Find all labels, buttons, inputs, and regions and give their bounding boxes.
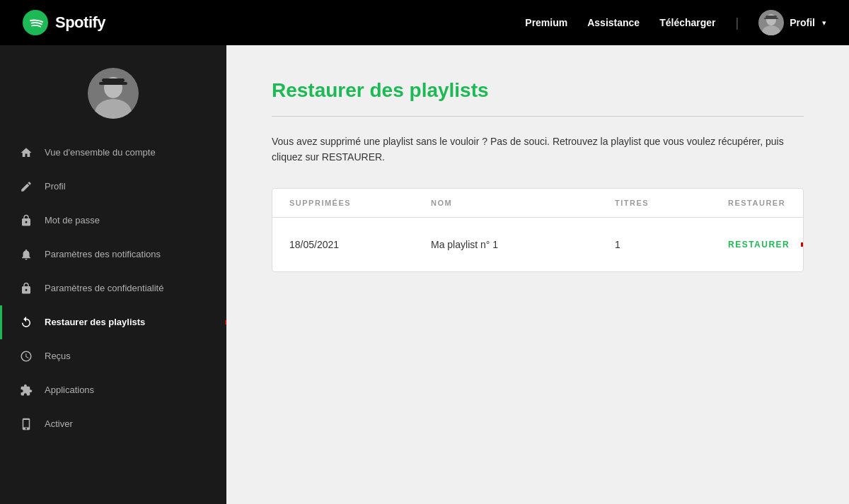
sidebar-item-apps[interactable]: Applications bbox=[0, 373, 226, 407]
premium-link[interactable]: Premium bbox=[525, 17, 567, 28]
row-name: Ma playlist n° 1 bbox=[431, 239, 615, 250]
puzzle-icon bbox=[19, 383, 33, 397]
main-content: Restaurer des playlists Vous avez suppri… bbox=[226, 45, 849, 504]
sidebar-item-activate-label: Activer bbox=[45, 418, 73, 430]
assistance-link[interactable]: Assistance bbox=[587, 17, 640, 28]
svg-rect-5 bbox=[764, 18, 778, 19]
sidebar-item-notifications[interactable]: Paramètres des notifications bbox=[0, 238, 226, 271]
header-titres: TITRES bbox=[615, 199, 728, 207]
topnav-links: Premium Assistance Télécharger | Profil … bbox=[525, 10, 826, 35]
sidebar-item-notifications-label: Paramètres des notifications bbox=[45, 249, 161, 261]
restore-icon bbox=[19, 315, 33, 329]
svg-rect-9 bbox=[102, 78, 125, 82]
table-header: SUPPRIMÉES NOM TITRES RESTAURER bbox=[272, 189, 803, 218]
clock-icon bbox=[19, 349, 33, 363]
home-icon bbox=[19, 146, 33, 160]
chevron-down-icon: ▾ bbox=[822, 18, 826, 28]
device-icon bbox=[19, 417, 33, 431]
sidebar-avatar-section bbox=[0, 45, 226, 136]
sidebar-item-password[interactable]: Mot de passe bbox=[0, 204, 226, 238]
page-description: Vous avez supprimé une playlist sans le … bbox=[272, 134, 804, 165]
sidebar-item-profile[interactable]: Profil bbox=[0, 170, 226, 204]
spotify-logo-icon bbox=[23, 10, 48, 35]
main-layout: Vue d'ensemble du compte Profil Mot de p… bbox=[0, 45, 849, 504]
sidebar-arrow-icon bbox=[225, 310, 226, 335]
sidebar-item-activate[interactable]: Activer bbox=[0, 407, 226, 441]
svg-marker-12 bbox=[801, 232, 804, 257]
page-title: Restaurer des playlists bbox=[272, 79, 804, 102]
restore-button[interactable]: RESTAURER bbox=[728, 240, 790, 250]
sidebar-item-received[interactable]: Reçus bbox=[0, 339, 226, 373]
row-date: 18/05/2021 bbox=[289, 239, 431, 250]
svg-marker-11 bbox=[225, 310, 226, 335]
row-restore-cell: RESTAURER bbox=[728, 232, 804, 257]
sidebar-item-privacy[interactable]: Paramètres de confidentialité bbox=[0, 271, 226, 305]
telecharger-link[interactable]: Télécharger bbox=[659, 17, 715, 28]
row-tracks: 1 bbox=[615, 239, 728, 250]
nav-divider: | bbox=[736, 16, 739, 30]
avatar bbox=[758, 10, 784, 35]
logo[interactable]: Spotify bbox=[23, 10, 105, 35]
lock-icon bbox=[19, 213, 33, 228]
shield-icon bbox=[19, 281, 33, 295]
profile-label: Profil bbox=[790, 17, 815, 28]
profile-menu[interactable]: Profil ▾ bbox=[758, 10, 826, 35]
header-supprimees: SUPPRIMÉES bbox=[289, 199, 431, 207]
table-row: 18/05/2021 Ma playlist n° 1 1 RESTAURER bbox=[272, 218, 803, 271]
sidebar-item-privacy-label: Paramètres de confidentialité bbox=[45, 283, 163, 295]
playlist-table: SUPPRIMÉES NOM TITRES RESTAURER 18/05/20… bbox=[272, 188, 804, 272]
spotify-wordmark: Spotify bbox=[55, 13, 105, 32]
bell-icon bbox=[19, 247, 33, 262]
sidebar-item-apps-label: Applications bbox=[45, 385, 94, 397]
restore-arrow-icon bbox=[801, 232, 804, 257]
topnav: Spotify Premium Assistance Télécharger |… bbox=[0, 0, 849, 45]
sidebar-item-password-label: Mot de passe bbox=[45, 215, 100, 227]
sidebar: Vue d'ensemble du compte Profil Mot de p… bbox=[0, 45, 226, 504]
svg-rect-4 bbox=[766, 16, 777, 18]
header-restaurer: RESTAURER bbox=[728, 199, 804, 207]
sidebar-item-received-label: Reçus bbox=[45, 351, 71, 363]
sidebar-avatar bbox=[88, 68, 139, 119]
sidebar-item-overview-label: Vue d'ensemble du compte bbox=[45, 147, 156, 159]
sidebar-item-profile-label: Profil bbox=[45, 181, 66, 193]
header-nom: NOM bbox=[431, 199, 615, 207]
sidebar-item-overview[interactable]: Vue d'ensemble du compte bbox=[0, 136, 226, 170]
sidebar-nav: Vue d'ensemble du compte Profil Mot de p… bbox=[0, 136, 226, 441]
edit-icon bbox=[19, 180, 33, 194]
page-divider bbox=[272, 116, 804, 117]
sidebar-item-restore[interactable]: Restaurer des playlists bbox=[0, 305, 226, 339]
svg-rect-10 bbox=[99, 82, 127, 85]
sidebar-item-restore-label: Restaurer des playlists bbox=[45, 317, 145, 329]
